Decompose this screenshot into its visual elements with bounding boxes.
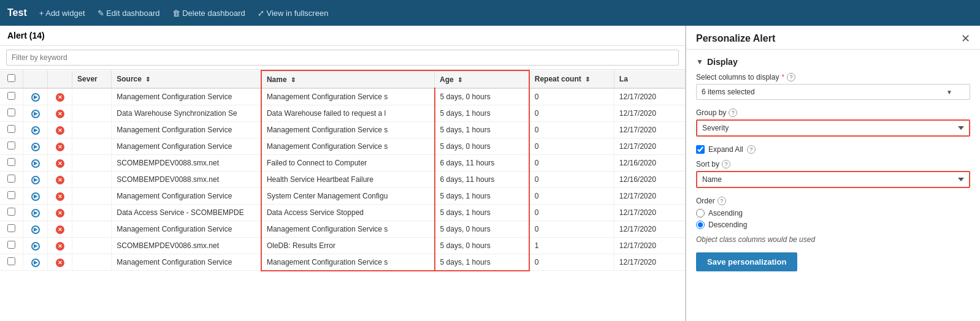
- row-checkbox[interactable]: [7, 241, 15, 249]
- error-icon: ✕: [56, 192, 64, 201]
- error-icon: ✕: [56, 143, 64, 151]
- table-row: ▶ ✕ Management Configuration Service Man…: [0, 138, 685, 155]
- group-by-help-icon[interactable]: ?: [729, 108, 737, 117]
- row-checkbox[interactable]: [7, 175, 15, 183]
- row-arrow-icon: ▶: [23, 122, 48, 138]
- row-source: Management Configuration Service: [112, 122, 261, 138]
- age-sort-icon: ⇕: [457, 77, 462, 83]
- col-header-name[interactable]: Name ⇕: [261, 70, 435, 88]
- row-status-icon: ✕: [48, 254, 72, 271]
- row-check[interactable]: [0, 172, 23, 188]
- sort-by-select[interactable]: Name Severity Age Source: [696, 171, 970, 188]
- row-severity: [72, 138, 112, 155]
- group-by-select[interactable]: Severity Source Name: [696, 119, 970, 137]
- row-last: 12/17/2020: [614, 105, 685, 122]
- close-button[interactable]: ✕: [961, 33, 970, 44]
- row-source: SCOMBEMPDEV0086.smx.net: [112, 238, 261, 254]
- row-name: Management Configuration Service s: [261, 138, 435, 155]
- add-widget-button[interactable]: + Add widget: [39, 9, 85, 18]
- descending-label[interactable]: Descending: [708, 221, 747, 229]
- sort-by-help-icon[interactable]: ?: [722, 160, 730, 168]
- row-name: OleDB: Results Error: [261, 238, 435, 254]
- descending-radio[interactable]: [696, 221, 705, 229]
- row-name: Management Configuration Service s: [261, 254, 435, 271]
- row-check[interactable]: [0, 238, 23, 254]
- topbar: Test + Add widget ✎ Edit dashboard 🗑 Del…: [0, 0, 980, 26]
- row-name: Failed to Connect to Computer: [261, 155, 435, 172]
- select-columns-arrow-icon: ▼: [946, 89, 952, 96]
- sort-by-label: Sort by ?: [696, 160, 970, 168]
- row-checkbox[interactable]: [7, 208, 15, 216]
- row-check[interactable]: [0, 205, 23, 221]
- row-checkbox[interactable]: [7, 158, 15, 166]
- table-row: ▶ ✕ Management Configuration Service Man…: [0, 122, 685, 138]
- col-header-severity[interactable]: Sever: [72, 70, 112, 88]
- row-check[interactable]: [0, 155, 23, 172]
- fullscreen-button[interactable]: ⤢ View in fullscreen: [258, 9, 329, 18]
- display-section-header: ▼ Display: [696, 57, 970, 67]
- row-age: 5 days, 1 hours: [435, 105, 529, 122]
- row-severity: [72, 188, 112, 205]
- row-age: 5 days, 1 hours: [435, 122, 529, 138]
- row-arrow-icon: ▶: [23, 238, 48, 254]
- row-severity: [72, 238, 112, 254]
- col-header-source[interactable]: Source ⇕: [112, 70, 261, 88]
- row-last: 12/17/2020: [614, 188, 685, 205]
- row-check[interactable]: [0, 88, 23, 105]
- row-checkbox[interactable]: [7, 125, 15, 133]
- delete-dashboard-button[interactable]: 🗑 Delete dashboard: [172, 9, 245, 18]
- row-checkbox[interactable]: [7, 142, 15, 149]
- order-help-icon[interactable]: ?: [718, 197, 726, 205]
- save-personalization-button[interactable]: Save personalization: [696, 252, 797, 271]
- arrow-icon: ▶: [31, 176, 40, 184]
- row-name: Data Access Service Stopped: [261, 205, 435, 221]
- row-arrow-icon: ▶: [23, 138, 48, 155]
- select-columns-value[interactable]: 6 items selected ▼: [696, 84, 970, 100]
- row-check[interactable]: [0, 105, 23, 122]
- row-name: Data Warehouse failed to request a l: [261, 105, 435, 122]
- row-checkbox[interactable]: [7, 92, 15, 100]
- right-panel-title: Personalize Alert: [696, 33, 775, 44]
- row-severity: [72, 205, 112, 221]
- col-header-repeat[interactable]: Repeat count ⇕: [529, 70, 614, 88]
- row-age: 5 days, 1 hours: [435, 254, 529, 271]
- error-icon: ✕: [56, 93, 64, 102]
- filter-input[interactable]: [6, 50, 679, 66]
- ascending-radio[interactable]: [696, 209, 705, 217]
- row-arrow-icon: ▶: [23, 105, 48, 122]
- row-age: 5 days, 1 hours: [435, 188, 529, 205]
- row-check[interactable]: [0, 138, 23, 155]
- row-check[interactable]: [0, 188, 23, 205]
- row-repeat: 0: [529, 155, 614, 172]
- row-age: 5 days, 0 hours: [435, 138, 529, 155]
- row-check[interactable]: [0, 254, 23, 271]
- arrow-icon: ▶: [31, 110, 40, 118]
- select-all-checkbox[interactable]: [7, 74, 15, 82]
- row-age: 5 days, 0 hours: [435, 221, 529, 238]
- edit-dashboard-button[interactable]: ✎ Edit dashboard: [98, 9, 160, 18]
- error-icon: ✕: [56, 225, 64, 234]
- select-columns-help-icon[interactable]: ?: [787, 73, 795, 81]
- order-section: Order ? Ascending Descending: [696, 197, 970, 229]
- row-checkbox[interactable]: [7, 191, 15, 199]
- row-check[interactable]: [0, 221, 23, 238]
- descending-row: Descending: [696, 221, 970, 229]
- row-checkbox[interactable]: [7, 257, 15, 265]
- row-last: 12/17/2020: [614, 221, 685, 238]
- ascending-label[interactable]: Ascending: [708, 209, 743, 217]
- alert-table-wrapper: Sever Source ⇕ Name ⇕ Age ⇕ Repeat count…: [0, 70, 685, 321]
- col-header-age[interactable]: Age ⇕: [435, 70, 529, 88]
- row-checkbox[interactable]: [7, 224, 15, 232]
- arrow-icon: ▶: [31, 93, 40, 102]
- expand-all-checkbox[interactable]: [696, 145, 705, 154]
- right-panel-body: ▼ Display Select columns to display * ? …: [686, 50, 980, 279]
- row-checkbox[interactable]: [7, 108, 15, 116]
- sort-by-group: Sort by ? Name Severity Age Source: [696, 160, 970, 188]
- row-severity: [72, 221, 112, 238]
- row-check[interactable]: [0, 122, 23, 138]
- row-status-icon: ✕: [48, 238, 72, 254]
- expand-all-help-icon[interactable]: ?: [747, 145, 756, 154]
- expand-all-label[interactable]: Expand All: [708, 145, 743, 154]
- alert-table: Sever Source ⇕ Name ⇕ Age ⇕ Repeat count…: [0, 70, 685, 271]
- select-columns-dropdown[interactable]: 6 items selected ▼: [696, 84, 970, 100]
